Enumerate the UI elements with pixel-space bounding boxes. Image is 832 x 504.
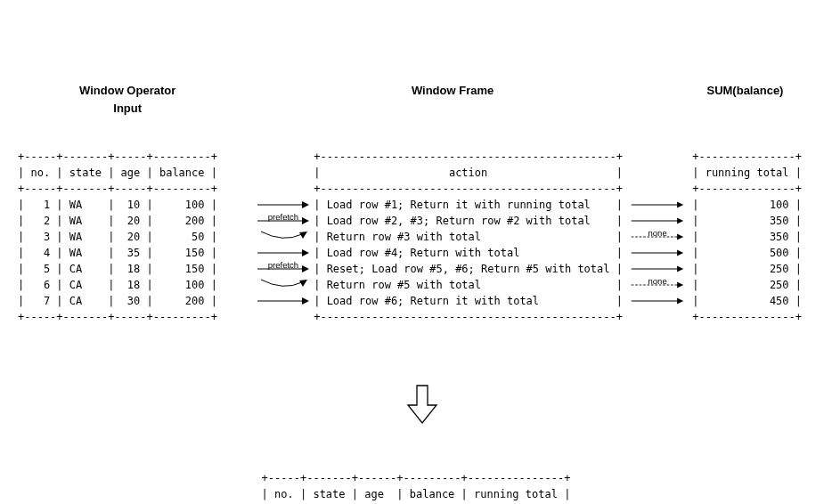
arrow-dashed: none xyxy=(623,277,692,293)
svg-marker-3 xyxy=(302,217,309,224)
title-input: Window Operator Input xyxy=(18,82,237,117)
svg-marker-25 xyxy=(677,297,683,304)
arrow-curve xyxy=(253,277,314,293)
title-frame: Window Frame xyxy=(294,82,611,117)
svg-marker-21 xyxy=(677,265,683,272)
titles-row: Window Operator Input Window Frame SUM(b… xyxy=(18,82,814,117)
arrow-dashed: none xyxy=(623,229,692,245)
arrow-solid xyxy=(253,293,314,309)
result-section: +-----+-------+------+---------+--------… xyxy=(18,470,814,504)
frame-table: +---------------------------------------… xyxy=(314,149,623,325)
sum-table: +---------------+ | running total | +---… xyxy=(692,149,814,325)
arrow-down-icon xyxy=(403,384,442,427)
svg-marker-8 xyxy=(302,265,309,272)
arrow-solid xyxy=(623,293,692,309)
arrow-solid xyxy=(623,245,692,261)
arrow-solid: prefetch xyxy=(253,261,314,277)
arrows-input-to-frame: prefetchprefetch xyxy=(253,149,314,325)
result-table: +-----+-------+------+---------+--------… xyxy=(262,470,571,504)
input-table: +-----+-------+-----+---------+ | no. | … xyxy=(18,149,253,325)
top-section: +-----+-------+-----+---------+ | no. | … xyxy=(18,149,814,325)
arrow-solid: prefetch xyxy=(253,213,314,229)
title-sum: SUM(balance) xyxy=(676,82,814,117)
svg-marker-15 xyxy=(677,217,683,224)
svg-marker-19 xyxy=(677,249,683,256)
down-arrow xyxy=(18,368,814,431)
svg-marker-13 xyxy=(677,201,683,207)
arrow-solid xyxy=(623,197,692,213)
svg-marker-17 xyxy=(677,233,683,240)
svg-marker-23 xyxy=(677,281,683,288)
arrow-curve xyxy=(253,229,314,245)
svg-marker-11 xyxy=(302,297,309,305)
svg-marker-1 xyxy=(302,201,309,208)
svg-marker-6 xyxy=(302,249,309,256)
arrows-frame-to-sum: nonenone xyxy=(623,149,692,325)
